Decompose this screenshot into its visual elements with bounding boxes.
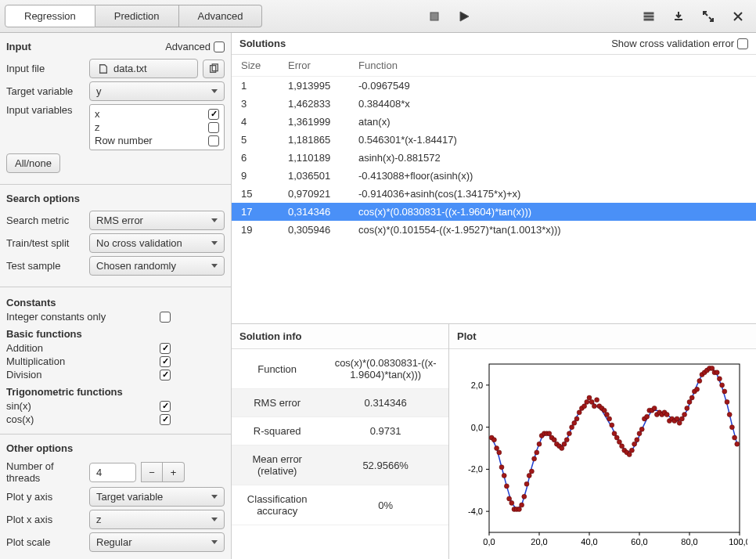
col-size[interactable]: Size [232,55,279,77]
func-checkbox[interactable] [160,401,171,412]
threads-plus[interactable]: + [163,462,185,482]
solution-row[interactable]: 150,970921-0.914036+asinh(cos(1.34175*x)… [232,185,756,203]
all-none-button[interactable]: All/none [6,153,60,173]
info-label: Classification accuracy [232,485,322,525]
var-row[interactable]: z [95,121,219,134]
svg-point-66 [585,399,589,404]
scale-select[interactable]: Regular [89,532,225,552]
chevron-down-icon [211,264,218,268]
int-const-checkbox[interactable] [160,312,171,323]
threads-value[interactable]: 4 [89,463,136,482]
split-select[interactable]: No cross validation [89,233,225,253]
plot-chart: -4,0-2,00,02,00,020,040,060,080,0100,0 [458,356,747,552]
close-icon[interactable] [725,5,751,27]
y-axis-select[interactable]: Target variable [89,487,225,507]
cell-error: 1,181865 [279,131,349,149]
svg-point-36 [509,500,514,505]
scale-value: Regular [96,536,132,548]
func-row: Addition [6,341,171,355]
constants-head: Constants [6,297,225,308]
input-file-button[interactable]: data.txt [89,59,198,78]
search-title: Search options [6,193,80,204]
solution-row[interactable]: 170,314346cos(x)*(0.0830831-((x-1.9604)*… [232,203,756,221]
threads-minus[interactable]: − [141,462,163,482]
input-advanced-label: Advanced [165,41,211,52]
var-list[interactable]: xzRow number [89,104,225,150]
cell-error: 1,036501 [279,167,349,185]
solution-row[interactable]: 91,036501-0.413088+floor(asinh(x)) [232,167,756,185]
svg-point-39 [517,507,521,511]
solutions-table-wrap[interactable]: Size Error Function 11,913995-0.09675493… [232,55,756,324]
svg-text:100,0: 100,0 [729,537,747,546]
svg-rect-7 [489,364,740,532]
info-row: R-squared0.9731 [232,417,448,445]
var-checkbox[interactable] [208,109,219,120]
info-label: Mean error (relative) [232,445,322,485]
cell-size: 19 [232,221,279,239]
tab-advanced[interactable]: Advanced [179,5,263,27]
func-name: cos(x) [6,413,34,425]
input-advanced-checkbox[interactable] [214,41,225,52]
threads-stepper[interactable]: 4 − + [89,462,185,482]
show-cv-checkbox[interactable] [737,38,748,49]
svg-point-93 [652,406,657,410]
chevron-down-icon [211,540,218,544]
svg-point-69 [592,404,596,409]
sample-select[interactable]: Chosen randomly [89,256,225,276]
menu-icon[interactable] [635,5,662,27]
x-axis-select[interactable]: z [89,510,225,529]
solution-row[interactable]: 11,913995-0.0967549 [232,77,756,96]
solution-row[interactable]: 41,361999atan(x) [232,113,756,131]
cell-error: 1,361999 [279,113,349,131]
svg-point-84 [629,448,634,453]
cell-error: 0,970921 [279,185,349,203]
svg-point-119 [717,377,722,381]
svg-point-53 [552,438,556,442]
metric-select[interactable]: RMS error [89,211,225,230]
col-function[interactable]: Function [349,55,756,77]
func-checkbox[interactable] [160,370,171,380]
func-checkbox[interactable] [160,414,171,425]
var-checkbox[interactable] [208,135,219,146]
cell-func: cos(x)*(0.0830831-((x-1.9604)*tan(x))) [349,203,756,221]
cell-size: 5 [232,131,279,149]
stop-button[interactable] [421,5,448,27]
plot-panel: Plot -4,0-2,00,02,00,020,040,060,080,010… [449,324,756,559]
solutions-table: Size Error Function 11,913995-0.09675493… [232,55,756,239]
play-button[interactable] [451,5,477,27]
info-value: 0.9731 [322,417,448,445]
svg-text:0,0: 0,0 [471,423,483,432]
download-icon[interactable] [665,5,692,27]
expand-icon[interactable] [695,5,722,27]
svg-point-35 [507,496,512,501]
info-label: Function [232,349,322,389]
solution-row[interactable]: 61,110189asinh(x)-0.881572 [232,149,756,167]
func-row: Multiplication [6,355,171,368]
x-axis-value: z [96,514,102,525]
svg-point-46 [535,450,539,455]
info-value: cos(x)*(0.0830831-((x-1.9604)*tan(x))) [322,349,448,389]
cell-size: 1 [232,77,279,96]
cell-error: 0,314346 [279,203,349,221]
info-label: RMS error [232,389,322,417]
target-select[interactable]: y [89,81,225,101]
col-error[interactable]: Error [279,55,349,77]
svg-point-67 [587,395,592,400]
solution-row[interactable]: 190,305946cos(x)*(0.101554-((x-1.9527)*t… [232,221,756,239]
var-checkbox[interactable] [208,122,219,133]
var-row[interactable]: Row number [95,134,219,147]
solution-row[interactable]: 31,4628330.384408*x [232,95,756,113]
tab-prediction[interactable]: Prediction [95,5,179,27]
chevron-down-icon [211,89,218,93]
func-checkbox[interactable] [160,343,171,354]
var-row[interactable]: x [95,107,219,121]
svg-point-126 [735,442,740,446]
func-checkbox[interactable] [160,356,171,367]
tab-regression[interactable]: Regression [5,5,95,27]
svg-point-74 [604,413,609,417]
svg-point-90 [645,414,650,419]
copy-file-button[interactable] [203,60,225,78]
svg-point-63 [577,410,581,415]
solution-row[interactable]: 51,1818650.546301*(x-1.84417) [232,131,756,149]
plot-title: Plot [449,324,756,349]
